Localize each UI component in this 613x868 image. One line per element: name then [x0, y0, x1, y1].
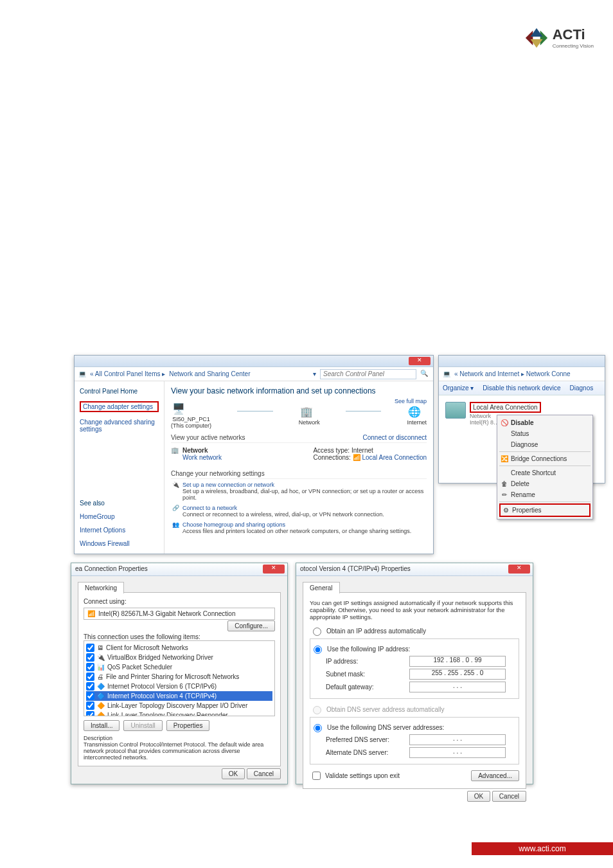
menu-create-shortcut[interactable]: Create Shortcut [499, 467, 591, 478]
preferred-dns-input[interactable]: . . . [409, 734, 506, 745]
connect-icon: 🔗 [171, 505, 180, 511]
red-top-tab [0, 26, 58, 39]
menu-status[interactable]: Status [499, 428, 591, 439]
folder-icon: 💻 [443, 370, 450, 377]
list-item: 🖥Client for Microsoft Networks [86, 643, 272, 653]
list-item: 📊QoS Packet Scheduler [86, 662, 272, 672]
list-item: 🔶Link-Layer Topology Discovery Responder [86, 710, 272, 716]
see-full-map-link[interactable]: See full map [395, 398, 427, 404]
pc-sub: (This computer) [171, 422, 211, 429]
adapter-name[interactable]: Local Area Connection [470, 402, 541, 413]
ip-address-input[interactable]: 192 . 168 . 0 . 99 [409, 656, 506, 667]
homegroup-icon: 👥 [171, 521, 180, 528]
connection-properties-dialog: ea Connection Properties ✕ Networking Co… [71, 563, 288, 784]
advanced-button[interactable]: Advanced... [471, 770, 519, 781]
logo-icon [524, 26, 549, 50]
disable-network-device-button[interactable]: Disable this network device [483, 384, 560, 392]
protocol-list[interactable]: 🖥Client for Microsoft Networks 🔌VirtualB… [84, 640, 275, 716]
breadcrumb: « Network and Internet ▸ Network Conne [454, 370, 571, 377]
cancel-button[interactable]: Cancel [492, 791, 526, 802]
configure-button[interactable]: Configure... [227, 620, 275, 631]
description-text: Transmission Control Protocol/Internet P… [84, 741, 275, 761]
dialog-title: ea Connection Properties [75, 565, 148, 572]
sidebar-item-homegroup[interactable]: HomeGroup [80, 513, 159, 520]
ipv4-properties-dialog: otocol Version 4 (TCP/IPv4) Properties ✕… [296, 563, 533, 784]
active-networks-label: View your active networks [171, 434, 245, 441]
sidebar-item-internet-options[interactable]: Internet Options [80, 527, 159, 534]
pc-icon: 🖥️ [171, 401, 186, 416]
menu-properties[interactable]: ⚙Properties [499, 503, 591, 517]
change-networking-settings-label: Change your networking settings [171, 470, 427, 479]
checkbox[interactable] [86, 701, 94, 710]
search-input[interactable] [320, 369, 416, 379]
subnet-mask-input[interactable]: 255 . 255 . 255 . 0 [409, 669, 506, 680]
install-button[interactable]: Install... [84, 720, 120, 731]
description-label: Description [84, 735, 275, 741]
tab-general[interactable]: General [303, 582, 340, 593]
bridge-icon: 🔀 [501, 455, 508, 462]
alternate-dns-input[interactable]: . . . [409, 747, 506, 758]
control-panel-home-link[interactable]: Control Panel Home [80, 388, 159, 395]
address-bar[interactable]: 💻 « Network and Internet ▸ Network Conne [439, 367, 605, 381]
uses-label: This connection uses the following items… [84, 633, 275, 640]
close-icon[interactable]: ✕ [263, 565, 285, 574]
ok-button[interactable]: OK [467, 791, 490, 802]
menu-disable[interactable]: 🚫Disable [499, 417, 591, 428]
homegroup-link[interactable]: Choose homegroup and sharing options [182, 521, 285, 528]
checkbox[interactable] [86, 692, 94, 700]
checkbox[interactable] [86, 711, 94, 716]
network-label: Network [299, 419, 320, 426]
protocol-icon: 🔷 [97, 692, 105, 700]
menu-bridge[interactable]: 🔀Bridge Connections [499, 453, 591, 464]
validate-checkbox[interactable] [312, 772, 321, 780]
pc-name: SI50_NP_PC1 [171, 416, 211, 422]
properties-button[interactable]: Properties [166, 720, 210, 731]
use-ip-radio[interactable] [314, 646, 322, 654]
use-dns-label: Use the following DNS server addresses: [327, 724, 444, 731]
footer-url: www.acti.com [472, 842, 613, 855]
checkbox[interactable] [86, 653, 94, 662]
change-adapter-settings-link[interactable]: Change adapter settings [80, 401, 159, 412]
validate-label: Validate settings upon exit [325, 772, 400, 779]
checkbox[interactable] [86, 663, 94, 671]
close-icon[interactable]: ✕ [508, 565, 530, 574]
connections-value[interactable]: Local Area Connection [362, 454, 427, 461]
connect-disconnect-link[interactable]: Connect or disconnect [362, 434, 427, 441]
folder-icon: 💻 [78, 370, 86, 377]
nic-icon: 📶 [87, 610, 95, 617]
brand-logo: ACTi Connecting Vision [524, 26, 594, 50]
access-type-label: Access type: [313, 447, 350, 454]
checkbox[interactable] [86, 644, 94, 652]
menu-delete[interactable]: 🗑Delete [499, 478, 591, 489]
sidebar-item-windows-firewall[interactable]: Windows Firewall [80, 540, 159, 547]
connect-network-link[interactable]: Connect to a network [182, 505, 237, 511]
network-type[interactable]: Work network [182, 454, 222, 461]
tab-networking[interactable]: Networking [78, 582, 124, 593]
logo-text: ACTi [553, 28, 594, 42]
change-advanced-sharing-link[interactable]: Change advanced sharing settings [80, 419, 159, 433]
default-gateway-input[interactable]: . . . [409, 682, 506, 692]
adapter-icon[interactable] [445, 402, 466, 419]
adapter-mini-icon: 📶 [353, 454, 360, 461]
obtain-ip-radio[interactable] [313, 628, 321, 636]
ok-button[interactable]: OK [222, 768, 245, 779]
menu-diagnose[interactable]: Diagnose [499, 439, 591, 450]
dialog-titlebar: otocol Version 4 (TCP/IPv4) Properties ✕ [296, 563, 533, 576]
organize-menu[interactable]: Organize ▾ [443, 384, 474, 392]
checkbox[interactable] [86, 673, 94, 681]
svg-marker-1 [540, 31, 547, 46]
search-icon[interactable]: 🔍 [420, 370, 429, 379]
context-menu: 🚫Disable Status Diagnose 🔀Bridge Connect… [497, 415, 593, 520]
diagnose-button[interactable]: Diagnos [570, 384, 594, 392]
obtain-dns-label: Obtain DNS server address automatically [326, 706, 444, 713]
checkbox[interactable] [86, 682, 94, 691]
dialog-title: otocol Version 4 (TCP/IPv4) Properties [300, 565, 411, 572]
cancel-button[interactable]: Cancel [247, 768, 281, 779]
menu-rename[interactable]: ✏Rename [499, 489, 591, 500]
use-dns-radio[interactable] [314, 724, 322, 732]
setup-connection-link[interactable]: Set up a new connection or network [182, 482, 274, 488]
breadcrumb-current[interactable]: Network and Sharing Center [169, 370, 250, 377]
printer-icon: 🖨 [97, 673, 103, 680]
close-icon[interactable]: ✕ [409, 357, 431, 365]
address-bar[interactable]: 💻 « All Control Panel Items ▸ Network an… [75, 367, 433, 381]
